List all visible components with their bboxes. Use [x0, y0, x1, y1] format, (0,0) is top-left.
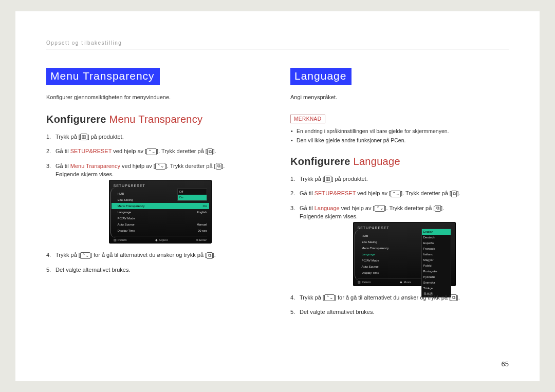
step-text: Det valgte alternativet brukes. [300, 309, 375, 315]
section-title-language: Language [290, 68, 351, 85]
step-text: Gå til [300, 205, 314, 211]
step-text: ]. Trykk deretter på [ [165, 163, 216, 169]
step-text: Gå til [55, 148, 70, 154]
step-text: ]. [213, 148, 216, 154]
breadcrumb: Oppsett og tilbakestilling [46, 40, 509, 49]
osd-option: On [178, 195, 207, 200]
enter-icon [435, 205, 441, 212]
step-2: 2. Gå til SETUP&RESET ved hjelp av []. T… [46, 147, 265, 156]
step-4: 4. Trykk på [] for å gå til alternativet… [46, 251, 265, 259]
note-item: Den vil ikke gjelde andre funksjoner på … [290, 137, 509, 144]
page-number: 65 [502, 360, 509, 368]
osd-option: Português [422, 269, 451, 274]
step-text: Trykk på [ [300, 176, 324, 182]
step-text: Trykk på [ [300, 294, 324, 301]
step-text: Følgende skjerm vises. [55, 171, 114, 177]
updown-icon [80, 252, 90, 259]
step-text: ]. [457, 190, 460, 196]
osd-option: Français [422, 246, 451, 252]
osd-options: EnglishDeutschEspañolFrançaisItalianoMag… [421, 229, 451, 297]
step-3: 3. Gå til Menu Transparency ved hjelp av… [46, 162, 265, 244]
osd-foot-adjust: ◆ Adjust [155, 238, 168, 242]
note-list: En endring i språkinnstillingen vil bare… [290, 127, 509, 144]
step-text: Det valgte alternativet brukes. [55, 267, 131, 273]
step-text: ]. [457, 294, 460, 301]
sub-head-red: Language [354, 156, 400, 167]
osd-row: PC/AV Mode [114, 215, 207, 221]
updown-icon [146, 148, 157, 155]
osd-row: Menu TransparencyOn [112, 203, 209, 209]
step-text: Gå til [300, 190, 314, 196]
osd-foot-move: ◆ Move [400, 280, 411, 284]
step-red: Menu Transparency [70, 163, 120, 169]
step-red: SETUP&RESET [70, 148, 112, 154]
osd-screenshot-transparency: SETUP&RESET HUBEco SavingOffMenu Transpa… [109, 180, 212, 244]
osd-option: Off [178, 189, 207, 195]
step-red: SETUP&RESET [314, 190, 356, 196]
step-5: 5. Det valgte alternativet brukes. [290, 308, 509, 316]
osd-option: Deutsch [422, 235, 451, 240]
osd-row: Display Time20 sec [114, 228, 207, 234]
intro-text: Angi menyspråket. [290, 94, 509, 100]
step-text: Trykk på [ [55, 252, 80, 258]
sub-heading: Konfigurere Language [290, 156, 509, 167]
step-text: ved hjelp av [ [356, 190, 391, 196]
menu-icon [324, 176, 332, 182]
step-red: Language [314, 205, 340, 211]
step-text: Gå til [55, 163, 70, 169]
step-text: ]. Trykk deretter på [ [385, 205, 435, 211]
osd-foot-return: ▥ Return [358, 280, 371, 284]
updown-icon [391, 191, 401, 197]
sub-heading: Konfigurere Menu Transparency [46, 114, 265, 125]
step-text: ]. Trykk deretter på [ [157, 148, 207, 154]
two-column-layout: Menu Transparency Konfigurer gjennomsikt… [46, 68, 509, 323]
note-badge: MERKNAD [290, 115, 325, 123]
section-title-menu-transparency: Menu Transparency [46, 68, 160, 85]
enter-icon [451, 191, 457, 197]
step-1: 1. Trykk på [] på produktet. [46, 133, 265, 141]
osd-title: SETUP&RESET [114, 183, 207, 189]
manual-page: Oppsett og tilbakestilling Menu Transpar… [15, 11, 540, 381]
osd-row: LanguageEnglish [114, 209, 207, 215]
enter-icon [451, 294, 457, 301]
step-2: 2. Gå til SETUP&RESET ved hjelp av []. T… [290, 189, 509, 198]
step-text: ved hjelp av [ [112, 148, 146, 154]
osd-option: Polski [422, 263, 451, 269]
step-4: 4. Trykk på [] for å gå til alternativet… [290, 293, 509, 302]
osd-options: OffOn [177, 189, 207, 201]
step-text: ]. [221, 163, 225, 169]
osd-row: Auto SourceManual [114, 221, 207, 228]
osd-foot-return: ▥ Return [114, 238, 127, 242]
osd-screenshot-language: SETUP&RESET HUBEco SavingMenu Transparen… [353, 222, 456, 286]
right-column: Language Angi menyspråket. MERKNAD En en… [290, 68, 509, 323]
osd-option: Svenska [422, 280, 451, 286]
step-5: 5. Det valgte alternativet brukes. [46, 266, 265, 274]
step-text: Trykk på [ [55, 134, 80, 140]
osd-option: English [422, 229, 451, 235]
step-text: ] på produktet. [331, 176, 367, 182]
menu-icon [80, 134, 88, 140]
step-text: ved hjelp av [ [340, 205, 375, 211]
step-text: ] for å gå til alternativet du ønsker og… [335, 294, 451, 301]
step-text: Følgende skjerm vises. [300, 213, 358, 219]
osd-option: Русский [422, 274, 451, 280]
osd-option: Italiano [422, 252, 451, 257]
step-text: ]. [213, 252, 216, 258]
left-column: Menu Transparency Konfigurer gjennomsikt… [46, 68, 265, 323]
osd-option: Magyar [422, 257, 451, 263]
step-3: 3. Gå til Language ved hjelp av []. Tryk… [290, 204, 509, 286]
updown-icon [324, 294, 335, 301]
steps-list: 1. Trykk på [] på produktet. 2. Gå til S… [46, 133, 265, 274]
step-text: ] for å gå til alternativet du ønsker og… [90, 252, 207, 258]
osd-footer: ▥ Return ◆ Adjust ⧉ Enter [114, 236, 207, 242]
updown-icon [375, 205, 385, 212]
sub-head-bold: Konfigurere [46, 114, 106, 125]
step-text: ved hjelp av [ [120, 163, 155, 169]
updown-icon [155, 163, 165, 170]
step-text: ] på produktet. [87, 134, 123, 140]
enter-icon [207, 148, 213, 155]
osd-foot-enter: ⧉ Enter [196, 238, 207, 242]
step-1: 1. Trykk på [] på produktet. [290, 175, 509, 183]
enter-icon [216, 163, 222, 170]
step-text: ]. [441, 205, 444, 211]
